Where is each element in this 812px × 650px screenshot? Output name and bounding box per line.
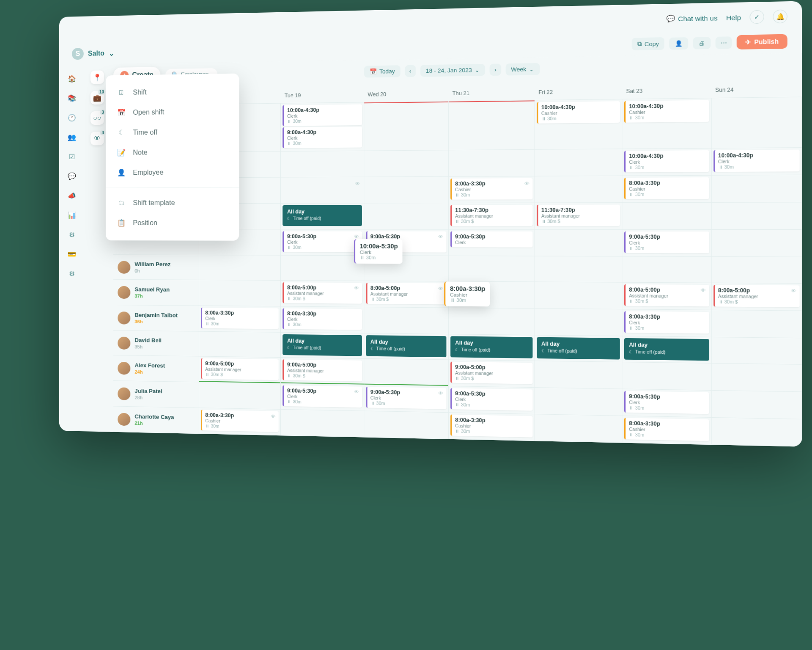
shift-card[interactable]: 👁 8:00a-5:00p Assistant manager ⏸ 30m $ [366,283,446,304]
cell[interactable]: 10:00a-4:30p Clerk ⏸ 30m 9:00a-4:30p Cle… [281,102,364,151]
cell[interactable]: 9:00a-5:30p Clerk ⏸ 30m [623,389,712,418]
cell[interactable]: 10:00a-4:30p Clerk ⏸ 30m [623,149,712,176]
row-head-samuel[interactable]: Samuel Ryan 37h [113,280,199,306]
shift-card[interactable]: 👁 9:00a-5:30p Clerk ⏸ 30m [283,231,362,252]
shift-card[interactable]: 9:00a-5:00p Assistant manager ⏸ 30m $ [283,359,362,381]
cell[interactable] [364,307,449,334]
cell[interactable]: 8:00a-3:30p Cashier ⏸ 30m [623,176,712,203]
row-head-benjamin[interactable]: Benjamin Talbot 36h [113,305,199,332]
cell[interactable]: 👁 9:00a-5:30p Clerk ⏸ 30m [281,229,364,256]
cell[interactable] [281,410,364,438]
shift-card[interactable]: 10:00a-4:30p Clerk ⏸ 30m [283,104,362,126]
shift-card[interactable]: 9:00a-5:00p Assistant manager ⏸ 30m $ [450,362,532,384]
cell[interactable]: All day☾ Time off (paid) [364,333,449,360]
shift-card[interactable]: 👁 8:00a-5:00p Assistant manager ⏸ 30m $ [283,282,362,304]
cell[interactable]: 9:00a-5:30p Clerk ⏸ 30m [449,386,535,414]
row-head-david[interactable]: David Bell 35h [113,331,199,356]
cell[interactable] [535,176,623,203]
copy-button[interactable]: ⧉ Copy [632,37,665,50]
row-head-charlotte[interactable]: Charlotte Caya 21h [113,406,199,434]
cell[interactable]: 10:00a-4:30p Clerk ⏸ 30m [711,148,802,176]
schedule-icon[interactable]: 📚 [67,93,77,103]
next-button[interactable]: › [490,63,501,76]
shift-card[interactable]: 9:00a-4:30p Clerk ⏸ 30m [283,127,362,148]
shift-card[interactable]: 10:00a-4:30p Clerk ⏸ 30m [624,150,709,172]
cell[interactable] [199,382,281,410]
cell[interactable]: 9:00a-5:00p Assistant manager ⏸ 30m $ [199,356,281,383]
row-head-alex[interactable]: Alex Forest 24h [113,355,199,383]
tasks-icon[interactable]: ☑ [67,151,77,162]
shift-card[interactable]: 👁 8:00a-5:00p Assistant manager ⏸ 30m $ [713,285,800,307]
help-link[interactable]: Help [726,14,741,22]
bell-icon[interactable]: 🔔 [773,9,787,23]
cell[interactable] [711,364,802,392]
cell[interactable] [364,411,449,439]
team-icon[interactable]: 👥 [67,132,77,142]
shift-card[interactable]: 8:00a-3:30p Cashier ⏸ 30m [624,177,709,199]
shift-card[interactable]: 9:00a-5:30p Clerk ⏸ 30m [450,388,532,411]
chat-with-us[interactable]: 💬 Chat with us [666,14,717,23]
shift-card[interactable]: 8:00a-3:30p Cashier ⏸ 30m [450,415,532,438]
shift-card[interactable]: 👁 8:00a-5:00p Assistant manager ⏸ 30m $ [624,284,709,306]
menu-item-note[interactable]: 📝 Note [106,141,239,162]
cell[interactable] [711,202,802,230]
cell[interactable] [449,308,535,336]
eye-filter[interactable]: 👁 4 [91,132,104,145]
menu-item-time-off[interactable]: ☾ Time off [106,121,239,143]
cell[interactable]: All day☾ Time off (paid) [623,336,712,364]
cell[interactable] [535,282,623,309]
timeoff-card[interactable]: All day☾ Time off (paid) [624,338,709,361]
user-transfer-button[interactable]: 👤 [669,37,689,50]
briefcase-filter[interactable]: 💼 10 [91,91,104,105]
cell[interactable] [364,203,449,229]
today-button[interactable]: 📅 Today [364,65,401,77]
timeoff-card[interactable]: All day☾ Time off (paid) [537,337,620,360]
shift-card[interactable]: 10:00a-4:30p Cashier ⏸ 30m [537,101,620,124]
home-icon[interactable]: 🏠 [67,73,77,83]
cell[interactable] [364,150,449,177]
cell[interactable] [623,362,712,391]
cell[interactable]: 👁 8:00a-5:00p Assistant manager ⏸ 30m $ [623,283,712,310]
menu-item-employee[interactable]: 👤 Employee [106,162,239,182]
cell[interactable]: 9:00a-5:00p Assistant manager ⏸ 30m $ [281,358,364,385]
cell[interactable] [711,257,802,284]
shift-card[interactable]: 8:00a-3:30p Cashier ⏸ 30m [624,418,709,441]
cell[interactable] [535,388,623,416]
menu-item-open-shift[interactable]: 📅 Open shift [106,101,239,123]
cell[interactable]: 👁 9:00a-5:30p Clerk ⏸ 30m [281,383,364,411]
shift-card[interactable]: 11:30a-7:30p Assistant manager ⏸ 30m $ [450,205,532,226]
cell[interactable] [711,97,802,149]
cell[interactable]: 11:30a-7:30p Assistant manager ⏸ 30m $ [535,203,623,229]
cell[interactable]: 9:00a-5:00p Assistant manager ⏸ 30m $ [449,360,535,388]
cell[interactable]: 8:00a-3:30p Clerk ⏸ 30m [199,306,281,333]
cell[interactable] [199,280,281,306]
cell[interactable]: 8:00a-3:30p Clerk ⏸ 30m [281,306,364,333]
cell[interactable] [623,203,712,230]
cell[interactable] [364,359,449,386]
shift-card[interactable]: 9:00a-5:30p Clerk [450,231,532,248]
shift-card[interactable]: 9:00a-5:30p Clerk ⏸ 30m [624,391,709,414]
check-icon[interactable]: ✓ [750,10,764,24]
settings-icon[interactable]: ⚙ [67,268,77,278]
cell[interactable] [535,308,623,336]
prev-button[interactable]: ‹ [405,65,416,77]
cell[interactable]: 8:00a-3:30p Cashier ⏸ 30m [623,416,712,445]
cell[interactable]: 👁 8:00a-3:30p Cashier ⏸ 30m [199,408,281,435]
shift-card[interactable]: 👁 9:00a-5:30p Clerk ⏸ 30m [283,386,362,408]
floating-shift-1[interactable]: 10:00a-5:30p Clerk ⏸ 30m [354,239,402,264]
pin-filter[interactable]: 📍 [91,70,104,84]
cell[interactable]: 8:00a-3:30p Clerk ⏸ 30m [623,309,712,337]
megaphone-icon[interactable]: 📣 [67,190,77,201]
shift-card[interactable]: 👁 8:00a-3:30p Cashier ⏸ 30m [450,178,532,200]
timeoff-card[interactable]: All day ☾ Time off (paid) [283,205,362,226]
reports-icon[interactable]: 📊 [67,210,77,220]
timeoff-card[interactable]: All day☾ Time off (paid) [283,334,362,356]
cell[interactable]: All day☾ Time off (paid) [535,335,623,362]
cell[interactable]: 11:30a-7:30p Assistant manager ⏸ 30m $ [449,203,535,230]
cell[interactable] [711,337,802,365]
shift-card[interactable]: 10:00a-4:30p Clerk ⏸ 30m [713,150,800,172]
cell[interactable] [535,414,623,443]
cell[interactable] [281,256,364,281]
cell[interactable] [535,361,623,389]
cell[interactable]: 10:00a-4:30p Cashier ⏸ 30m [623,98,712,149]
